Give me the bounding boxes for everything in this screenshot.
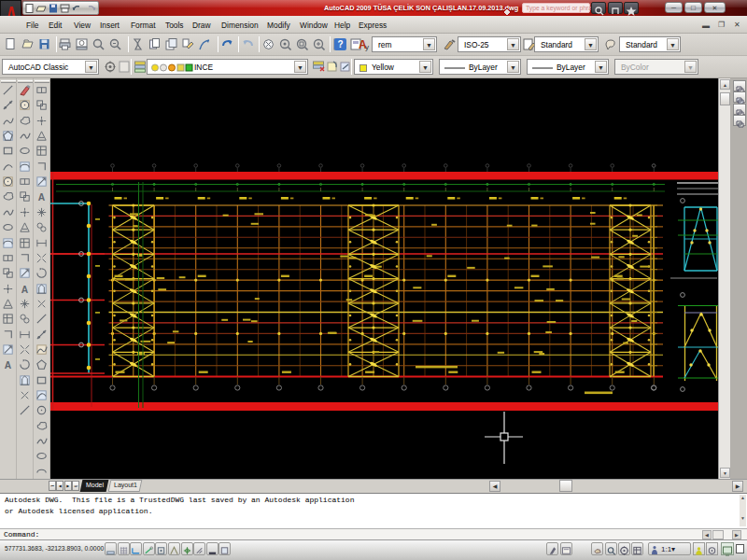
svg-text:?: ? bbox=[337, 39, 343, 49]
svg-text:A: A bbox=[4, 360, 11, 371]
svg-text:y: y bbox=[365, 43, 369, 51]
svg-text:A: A bbox=[37, 192, 45, 203]
svg-text:A: A bbox=[21, 284, 28, 294]
